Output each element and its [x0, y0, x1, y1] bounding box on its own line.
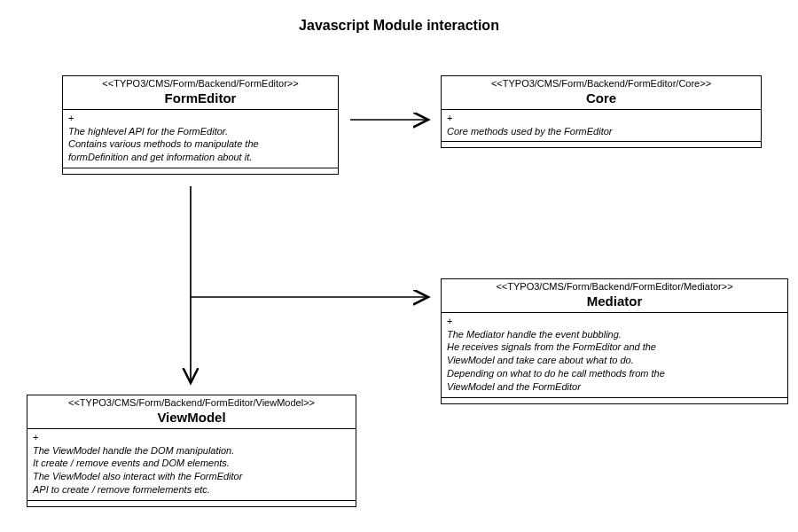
class-name: Core — [447, 90, 755, 107]
class-description: The Mediator handle the event bubbling. … — [447, 328, 782, 394]
class-name: ViewModel — [33, 409, 350, 426]
class-name: Mediator — [447, 293, 782, 310]
class-name: FormEditor — [68, 90, 332, 107]
class-body: + The Mediator handle the event bubbling… — [442, 313, 787, 398]
class-box-core: <<TYPO3/CMS/Form/Backend/FormEditor/Core… — [441, 75, 762, 148]
class-footer — [442, 142, 761, 147]
class-description: Core methods used by the FormEditor — [447, 125, 755, 138]
stereotype-label: <<TYPO3/CMS/Form/Backend/FormEditor/View… — [33, 397, 350, 409]
class-header: <<TYPO3/CMS/Form/Backend/FormEditor/Medi… — [442, 279, 787, 313]
class-footer — [63, 168, 338, 174]
stereotype-label: <<TYPO3/CMS/Form/Backend/FormEditor/Core… — [447, 78, 755, 90]
class-footer — [27, 501, 356, 506]
class-body: + The ViewModel handle the DOM manipulat… — [27, 429, 356, 501]
visibility-marker: + — [447, 315, 782, 328]
class-body: + Core methods used by the FormEditor — [442, 110, 761, 143]
class-description: The highlevel API for the FormEditor. Co… — [68, 125, 332, 165]
visibility-marker: + — [33, 431, 350, 444]
stereotype-label: <<TYPO3/CMS/Form/Backend/FormEditor>> — [68, 78, 332, 90]
class-header: <<TYPO3/CMS/Form/Backend/FormEditor>> Fo… — [63, 76, 338, 110]
visibility-marker: + — [447, 112, 755, 125]
diagram-title: Javascript Module interaction — [0, 18, 798, 34]
class-footer — [442, 398, 787, 403]
class-box-mediator: <<TYPO3/CMS/Form/Backend/FormEditor/Medi… — [441, 278, 788, 404]
class-header: <<TYPO3/CMS/Form/Backend/FormEditor/View… — [27, 395, 356, 429]
class-box-formeditor: <<TYPO3/CMS/Form/Backend/FormEditor>> Fo… — [62, 75, 339, 175]
stereotype-label: <<TYPO3/CMS/Form/Backend/FormEditor/Medi… — [447, 281, 782, 293]
class-header: <<TYPO3/CMS/Form/Backend/FormEditor/Core… — [442, 76, 761, 110]
visibility-marker: + — [68, 112, 332, 125]
class-box-viewmodel: <<TYPO3/CMS/Form/Backend/FormEditor/View… — [27, 395, 356, 507]
class-description: The ViewModel handle the DOM manipulatio… — [33, 444, 350, 497]
class-body: + The highlevel API for the FormEditor. … — [63, 110, 338, 168]
